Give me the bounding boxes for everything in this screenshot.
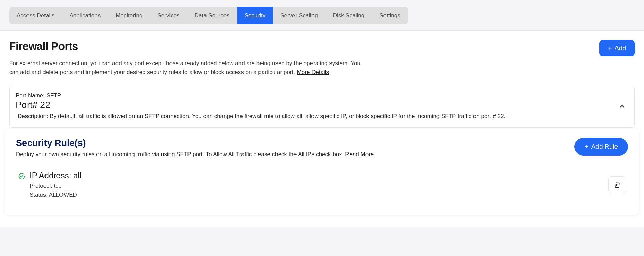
port-card-left: Port Name: SFTP Port# 22 Description: By… xyxy=(16,92,615,120)
content-area: Firewall Ports + Add For external server… xyxy=(0,30,644,227)
port-name: Port Name: SFTP xyxy=(16,92,615,99)
rules-title: Security Rule(s) xyxy=(16,138,374,148)
port-name-value: SFTP xyxy=(47,92,61,99)
tab-services[interactable]: Services xyxy=(150,7,187,24)
security-rules-panel: Security Rule(s) Deploy your own securit… xyxy=(5,129,639,215)
plus-icon: + xyxy=(585,143,589,150)
rules-desc-text: Deploy your own security rules on all in… xyxy=(16,151,345,158)
add-port-label: Add xyxy=(614,44,626,52)
port-name-label: Port Name: xyxy=(16,92,47,99)
rule-ip: IP Address: all xyxy=(30,171,604,180)
delete-rule-button[interactable] xyxy=(608,176,626,194)
port-card-header: Port Name: SFTP Port# 22 Description: By… xyxy=(16,92,628,120)
tab-monitoring[interactable]: Monitoring xyxy=(108,7,150,24)
page-description: For external server connection, you can … xyxy=(9,59,369,76)
plus-icon: + xyxy=(608,45,612,52)
add-rule-button[interactable]: + Add Rule xyxy=(574,138,628,156)
collapse-toggle[interactable] xyxy=(615,100,628,113)
rule-protocol-value: tcp xyxy=(54,183,62,189)
tab-disk-scaling[interactable]: Disk Scaling xyxy=(325,7,372,24)
rule-status: Status: ALLOWED xyxy=(30,190,604,199)
rules-header-left: Security Rule(s) Deploy your own securit… xyxy=(16,138,374,158)
tab-applications[interactable]: Applications xyxy=(62,7,108,24)
rule-ip-label: IP Address: xyxy=(30,171,73,180)
add-port-button[interactable]: + Add xyxy=(599,40,635,56)
rules-description: Deploy your own security rules on all in… xyxy=(16,151,374,158)
check-circle-icon xyxy=(18,172,25,181)
tab-access-details[interactable]: Access Details xyxy=(9,7,62,24)
port-desc-value: By default, all traffic is allowed on an… xyxy=(50,113,505,120)
tabs: Access Details Applications Monitoring S… xyxy=(9,7,408,24)
rule-item: IP Address: all Protocol: tcp Status: AL… xyxy=(16,167,628,203)
tabs-bar: Access Details Applications Monitoring S… xyxy=(0,0,644,24)
port-number-label: Port# xyxy=(16,100,40,110)
rule-status-value: ALLOWED xyxy=(49,191,77,198)
page-title: Firewall Ports xyxy=(9,40,78,53)
rule-status-label: Status: xyxy=(30,191,49,198)
rule-protocol: Protocol: tcp xyxy=(30,182,604,190)
port-number-value: 22 xyxy=(40,100,50,110)
rule-protocol-label: Protocol: xyxy=(30,183,54,189)
add-rule-label: Add Rule xyxy=(591,143,618,150)
rule-body: IP Address: all Protocol: tcp Status: AL… xyxy=(30,171,604,200)
trash-icon xyxy=(614,181,621,189)
tab-data-sources[interactable]: Data Sources xyxy=(187,7,237,24)
rule-ip-value: all xyxy=(73,171,82,180)
read-more-link[interactable]: Read More xyxy=(345,151,374,158)
port-description: Description: By default, all traffic is … xyxy=(16,113,615,120)
page-header: Firewall Ports + Add xyxy=(9,40,635,56)
tab-server-scaling[interactable]: Server Scaling xyxy=(273,7,325,24)
tab-settings[interactable]: Settings xyxy=(372,7,408,24)
chevron-up-icon xyxy=(618,103,626,110)
port-desc-label: Description: xyxy=(18,113,50,120)
port-number: Port# 22 xyxy=(16,100,615,110)
more-details-link[interactable]: More Details xyxy=(297,69,329,75)
rules-header: Security Rule(s) Deploy your own securit… xyxy=(16,138,628,158)
tab-security[interactable]: Security xyxy=(237,7,273,24)
port-card: Port Name: SFTP Port# 22 Description: By… xyxy=(9,86,635,128)
